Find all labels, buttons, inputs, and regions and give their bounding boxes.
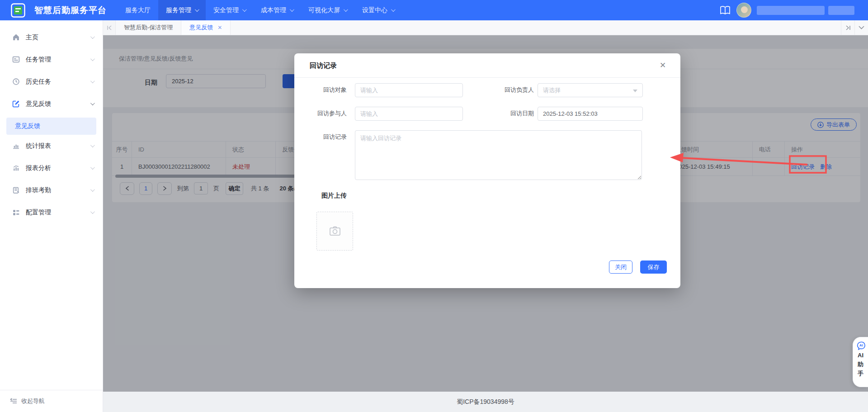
chevron-down-icon — [391, 7, 396, 12]
navbar-right — [719, 0, 868, 20]
visit-owner-label: 回访负责人 — [492, 83, 534, 97]
dialog-save-button[interactable]: 保存 — [640, 260, 667, 274]
visit-target-input[interactable] — [355, 83, 463, 97]
visit-participant-input[interactable] — [355, 107, 463, 121]
chevron-down-icon — [90, 209, 95, 214]
app-logo-icon — [11, 3, 25, 18]
tab-bar: 智慧后勤-保洁管理 意见反馈 ✕ — [103, 20, 868, 35]
ai-assistant-icon: AI — [856, 341, 866, 351]
config-icon — [12, 208, 20, 216]
user-avatar[interactable] — [736, 3, 751, 18]
menu-item-service-hall[interactable]: 服务大厅 — [118, 0, 158, 20]
dialog-title: 回访记录 — [310, 62, 337, 70]
feedback-edit-icon — [12, 100, 20, 108]
svg-text:AI: AI — [859, 343, 863, 347]
image-upload-button[interactable] — [316, 212, 353, 251]
menu-item-settings-center[interactable]: 设置中心 — [354, 0, 402, 20]
sidebar-item-stat-reports[interactable]: 统计报表 — [0, 135, 103, 157]
close-tab-icon[interactable]: ✕ — [217, 24, 222, 31]
tasks-icon — [12, 56, 20, 63]
sidebar-subitem-feedback[interactable]: 意见反馈 — [6, 118, 96, 135]
top-navbar: 智慧后勤服务平台 服务大厅 服务管理 安全管理 成本管理 可视化大屏 设置中心 — [0, 0, 868, 20]
main-menu: 服务大厅 服务管理 安全管理 成本管理 可视化大屏 设置中心 — [118, 0, 402, 20]
chevron-down-icon — [90, 143, 95, 147]
app-window: 智慧后勤服务平台 服务大厅 服务管理 安全管理 成本管理 可视化大屏 设置中心 … — [0, 0, 868, 412]
username-redacted — [757, 6, 825, 15]
role-redacted — [828, 6, 854, 15]
sidebar: 主页 任务管理 历史任务 意见反馈 意见反馈 统计报表 报表分析 — [0, 20, 103, 412]
dialog-header: 回访记录 ✕ — [294, 53, 680, 78]
collapse-nav-button[interactable]: 收起导航 — [0, 390, 103, 412]
chevron-down-icon — [242, 7, 247, 12]
visit-record-textarea[interactable] — [355, 130, 642, 180]
visit-participant-label: 回访参与人 — [305, 107, 347, 120]
chevron-down-icon — [90, 57, 95, 61]
page-footer: 蜀ICP备19034998号 — [103, 392, 868, 412]
chevron-down-icon — [90, 165, 95, 170]
camera-icon — [329, 226, 341, 237]
sidebar-item-report-analysis[interactable]: 报表分析 — [0, 157, 103, 179]
history-icon — [12, 78, 20, 85]
chevron-down-icon — [90, 187, 95, 192]
collapse-nav-icon — [10, 398, 17, 404]
app-title: 智慧后勤服务平台 — [34, 5, 107, 16]
menu-item-service-mgmt[interactable]: 服务管理 — [158, 0, 206, 20]
return-visit-dialog: 回访记录 ✕ 回访对象 回访负责人 请选择 回访参与人 回访日期 回访记录 图片… — [294, 53, 680, 288]
schedule-icon — [12, 186, 20, 194]
close-icon[interactable]: ✕ — [658, 60, 668, 70]
visit-owner-select[interactable]: 请选择 — [538, 83, 643, 97]
image-upload-label: 图片上传 — [321, 192, 347, 200]
ai-assistant-button[interactable]: AI AI 助 手 — [853, 337, 868, 387]
scroll-tabs-right-icon[interactable] — [841, 20, 854, 35]
menu-item-dashboard[interactable]: 可视化大屏 — [301, 0, 354, 20]
scroll-tabs-left-icon[interactable] — [103, 20, 116, 35]
visit-date-label: 回访日期 — [499, 107, 534, 120]
tabs-menu-chevron-icon[interactable] — [854, 20, 868, 35]
sidebar-item-task-mgmt[interactable]: 任务管理 — [0, 48, 103, 71]
chevron-down-icon — [344, 7, 348, 12]
menu-item-security-mgmt[interactable]: 安全管理 — [206, 0, 253, 20]
analysis-icon — [12, 164, 20, 172]
sidebar-item-history-tasks[interactable]: 历史任务 — [0, 71, 103, 93]
chevron-down-icon — [290, 7, 294, 12]
sidebar-item-shift-attendance[interactable]: 排班考勤 — [0, 179, 103, 201]
chevron-down-icon — [90, 79, 95, 83]
visit-target-label: 回访对象 — [311, 83, 347, 97]
menu-item-cost-mgmt[interactable]: 成本管理 — [253, 0, 301, 20]
stats-icon — [12, 142, 20, 150]
visit-date-input[interactable] — [538, 107, 643, 121]
chevron-down-icon — [195, 7, 199, 12]
sidebar-item-home[interactable]: 主页 — [0, 26, 103, 48]
tab-feedback[interactable]: 意见反馈 ✕ — [181, 20, 231, 35]
docs-book-icon[interactable] — [719, 5, 731, 15]
select-caret-icon — [633, 90, 637, 92]
visit-record-label: 回访记录 — [311, 130, 347, 144]
sidebar-item-config-mgmt[interactable]: 配置管理 — [0, 201, 103, 223]
home-icon — [12, 33, 20, 41]
sidebar-item-feedback[interactable]: 意见反馈 — [0, 93, 103, 115]
icp-record-text: 蜀ICP备19034998号 — [457, 398, 514, 406]
tab-cleaning-mgmt[interactable]: 智慧后勤-保洁管理 — [116, 20, 181, 35]
chevron-down-icon — [90, 34, 95, 39]
dialog-close-button[interactable]: 关闭 — [609, 260, 632, 274]
chevron-down-icon — [90, 101, 95, 105]
